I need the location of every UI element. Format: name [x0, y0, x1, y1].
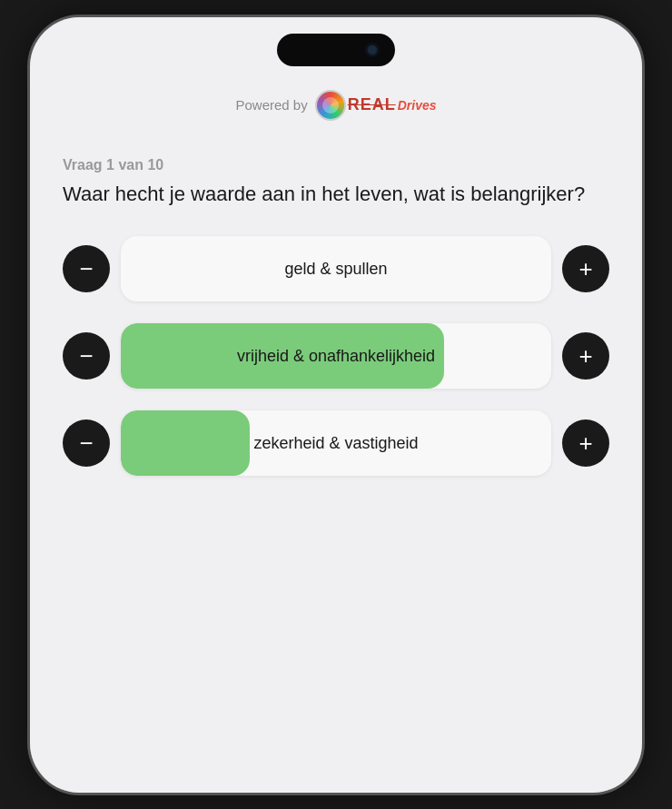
option-label-3: zekerheid & vastigheid — [253, 434, 418, 453]
phone-frame: Powered by REAL Drives Vraag 1 van 10 Wa… — [27, 15, 645, 795]
dynamic-island — [277, 34, 395, 66]
minus-button-3[interactable]: − — [63, 419, 110, 467]
powered-by-text: Powered by — [235, 97, 307, 113]
plus-icon-2: + — [578, 344, 592, 368]
minus-icon-1: − — [79, 257, 93, 281]
plus-button-3[interactable]: + — [562, 419, 609, 467]
minus-button-1[interactable]: − — [63, 245, 110, 292]
minus-icon-2: − — [79, 344, 93, 368]
brand-logo-circle — [315, 90, 346, 121]
camera-dot — [368, 45, 377, 54]
option-label-1: geld & spullen — [284, 260, 387, 279]
option-fill-3 — [121, 410, 250, 476]
minus-button-2[interactable]: − — [63, 332, 110, 380]
plus-button-1[interactable]: + — [562, 245, 609, 292]
brand-name-drives: Drives — [398, 98, 437, 113]
plus-icon-1: + — [578, 257, 592, 281]
answer-option-2: − vrijheid & onafhankelijkheid + — [63, 323, 609, 389]
plus-icon-3: + — [578, 431, 592, 455]
plus-button-2[interactable]: + — [562, 332, 609, 380]
screen-content: Powered by REAL Drives Vraag 1 van 10 Wa… — [30, 17, 642, 793]
answer-option-3: − zekerheid & vastigheid + — [63, 410, 609, 476]
answer-option-1: − geld & spullen + — [63, 236, 609, 301]
powered-by-section: Powered by REAL Drives — [63, 90, 609, 121]
option-label-2: vrijheid & onafhankelijkheid — [237, 347, 435, 366]
option-bar-1: geld & spullen — [121, 236, 551, 301]
question-text: Waar hecht je waarde aan in het leven, w… — [63, 181, 609, 208]
option-bar-3: zekerheid & vastigheid — [121, 410, 551, 476]
question-section: Vraag 1 van 10 Waar hecht je waarde aan … — [63, 157, 609, 208]
option-bar-2: vrijheid & onafhankelijkheid — [121, 323, 551, 389]
question-counter: Vraag 1 van 10 — [63, 157, 609, 173]
brand-name-real: REAL — [348, 95, 396, 114]
minus-icon-3: − — [79, 431, 93, 455]
brand-logo: REAL Drives — [315, 90, 437, 121]
